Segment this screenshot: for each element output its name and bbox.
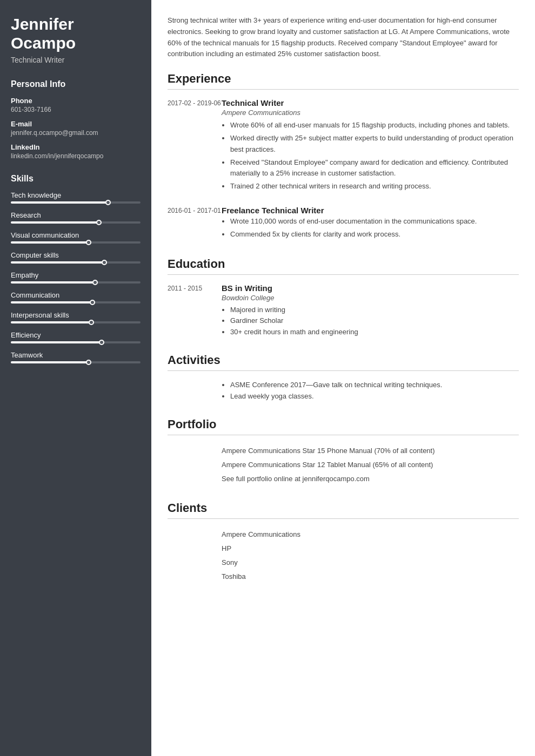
skill-bar-bg — [11, 341, 141, 343]
clients-divider — [168, 518, 519, 519]
exp-dates: 2017-02 - 2019-06 — [168, 98, 222, 194]
skill-bar-fill — [11, 221, 99, 224]
edu-dates: 2011 - 2015 — [168, 284, 222, 338]
portfolio-item: Ampere Communications Star 12 Tablet Man… — [222, 458, 435, 472]
activities-spacer — [168, 380, 222, 402]
skill-item: Empathy — [11, 271, 141, 284]
bullet-item: Trained 2 other technical writers in res… — [230, 181, 519, 192]
experience-list: 2017-02 - 2019-06 Technical Writer Amper… — [168, 98, 519, 241]
exp-company: Ampere Communications — [222, 109, 519, 117]
resume-container: Jennifer Ocampo Technical Writer Persona… — [0, 0, 535, 756]
portfolio-items: Ampere Communications Star 15 Phone Manu… — [222, 444, 435, 486]
edu-degree: BS in Writing — [222, 284, 358, 293]
experience-heading: Experience — [168, 72, 519, 86]
bullet-item: Worked directly with 25+ subject matter … — [230, 133, 519, 156]
main-content: Strong technical writer with 3+ years of… — [151, 0, 535, 756]
exp-bullets: Wrote 60% of all end-user manuals for 15… — [222, 120, 519, 192]
bullet-item: 30+ credit hours in math and engineering — [230, 327, 358, 338]
summary-text: Strong technical writer with 3+ years of… — [168, 15, 519, 60]
portfolio-row: Ampere Communications Star 15 Phone Manu… — [168, 444, 519, 486]
bullet-item: Commended 5x by clients for clarity and … — [230, 229, 519, 240]
skill-name: Tech knowledge — [11, 191, 141, 199]
skill-item: Tech knowledge — [11, 191, 141, 204]
experience-row: 2016-01 - 2017-01 Freelance Technical Wr… — [168, 206, 519, 242]
skill-bar-bg — [11, 241, 141, 244]
skill-item: Efficiency — [11, 331, 141, 343]
bullet-item: Majored in writing — [230, 305, 358, 316]
skill-item: Teamwork — [11, 351, 141, 363]
skill-name: Empathy — [11, 271, 141, 279]
clients-spacer — [168, 528, 222, 584]
bullet-item: Wrote 110,000 words of end-user document… — [230, 216, 519, 227]
sidebar: Jennifer Ocampo Technical Writer Persona… — [0, 0, 151, 756]
skill-name: Visual communication — [11, 231, 141, 239]
skill-bar-bg — [11, 201, 141, 204]
activities-list: ASME Conference 2017—Gave talk on techni… — [222, 380, 442, 402]
skill-bar-dot — [96, 220, 102, 225]
client-item: Ampere Communications — [222, 528, 300, 542]
skill-name: Interpersonal skills — [11, 311, 141, 319]
skill-bar-dot — [86, 360, 91, 365]
clients-heading: Clients — [168, 501, 519, 515]
clients-row: Ampere CommunicationsHPSonyToshiba — [168, 528, 519, 584]
client-item: Sony — [222, 556, 300, 570]
skill-bar-dot — [92, 280, 98, 285]
skills-heading: Skills — [11, 174, 141, 184]
skill-item: Visual communication — [11, 231, 141, 244]
skill-name: Teamwork — [11, 351, 141, 359]
portfolio-section: Portfolio Ampere Communications Star 15 … — [168, 417, 519, 486]
education-section: Education 2011 - 2015 BS in Writing Bowd… — [168, 257, 519, 338]
activities-heading: Activities — [168, 353, 519, 367]
portfolio-item: Ampere Communications Star 15 Phone Manu… — [222, 444, 435, 458]
activities-divider — [168, 370, 519, 371]
email-value: jennifer.q.ocampo@gmail.com — [11, 129, 141, 137]
edu-details: BS in Writing Bowdoin College Majored in… — [222, 284, 358, 338]
skill-bar-bg — [11, 361, 141, 363]
exp-dates: 2016-01 - 2017-01 — [168, 206, 222, 242]
bullet-item: Wrote 60% of all end-user manuals for 15… — [230, 120, 519, 131]
skill-name: Computer skills — [11, 251, 141, 259]
exp-details: Technical Writer Ampere Communications W… — [222, 98, 519, 194]
skill-bar-fill — [11, 301, 92, 303]
exp-bullets: Wrote 110,000 words of end-user document… — [222, 216, 519, 240]
skill-name: Research — [11, 211, 141, 219]
skills-list: Tech knowledge Research Visual communica… — [11, 191, 141, 363]
skill-name: Communication — [11, 291, 141, 299]
skill-item: Interpersonal skills — [11, 311, 141, 323]
experience-divider — [168, 89, 519, 90]
activities-section: Activities ASME Conference 2017—Gave tal… — [168, 353, 519, 402]
skill-item: Research — [11, 211, 141, 224]
skill-bar-bg — [11, 221, 141, 224]
personal-info-heading: Personal Info — [11, 79, 141, 89]
client-item: Toshiba — [222, 570, 300, 584]
skill-bar-dot — [86, 240, 91, 245]
phone-value: 601-303-7166 — [11, 106, 141, 113]
clients-section: Clients Ampere CommunicationsHPSonyToshi… — [168, 501, 519, 584]
candidate-name: Jennifer Ocampo — [11, 15, 141, 52]
email-label: E-mail — [11, 120, 141, 128]
exp-details: Freelance Technical Writer Wrote 110,000… — [222, 206, 519, 242]
edu-bullets: Majored in writingGardiner Scholar30+ cr… — [222, 305, 358, 338]
education-divider — [168, 274, 519, 275]
activities-row: ASME Conference 2017—Gave talk on techni… — [168, 380, 519, 402]
skill-name: Efficiency — [11, 331, 141, 339]
activity-item: ASME Conference 2017—Gave talk on techni… — [230, 380, 442, 391]
bullet-item: Received "Standout Employee" company awa… — [230, 157, 519, 180]
portfolio-divider — [168, 435, 519, 435]
experience-row: 2017-02 - 2019-06 Technical Writer Amper… — [168, 98, 519, 194]
skill-bar-fill — [11, 261, 104, 264]
skill-item: Communication — [11, 291, 141, 303]
client-item: HP — [222, 542, 300, 556]
skill-bar-dot — [90, 300, 95, 305]
skill-bar-fill — [11, 201, 108, 204]
skill-bar-fill — [11, 341, 102, 343]
portfolio-heading: Portfolio — [168, 417, 519, 431]
bullet-item: Gardiner Scholar — [230, 315, 358, 327]
portfolio-item: See full portfolio online at jenniferqoc… — [222, 472, 435, 486]
skill-bar-bg — [11, 281, 141, 284]
skill-item: Computer skills — [11, 251, 141, 264]
skill-bar-fill — [11, 321, 91, 323]
education-list: 2011 - 2015 BS in Writing Bowdoin Colleg… — [168, 284, 519, 338]
skill-bar-dot — [102, 260, 107, 265]
skill-bar-bg — [11, 321, 141, 323]
